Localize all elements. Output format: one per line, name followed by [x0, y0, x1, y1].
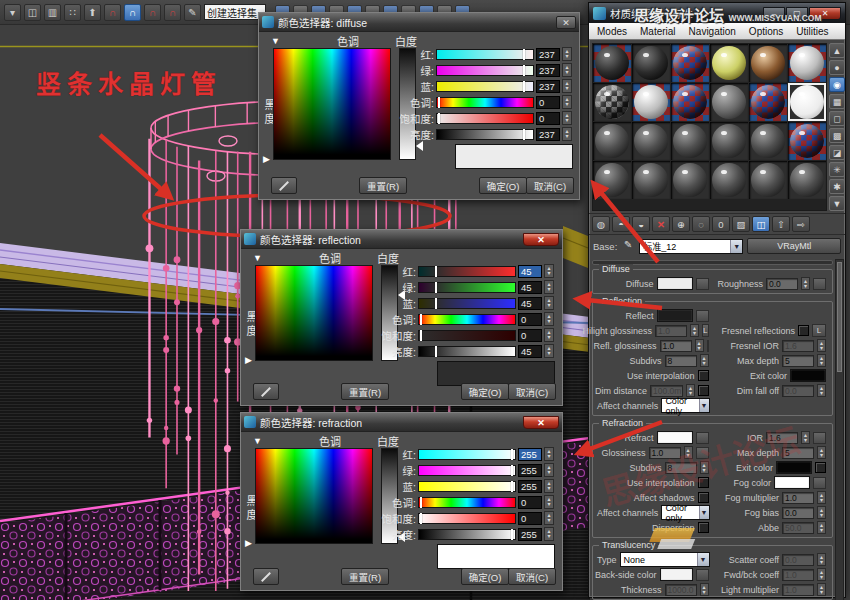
- brightness-slider[interactable]: [418, 529, 516, 540]
- red-value[interactable]: 237: [536, 48, 560, 61]
- layer-manager-icon[interactable]: ∷: [64, 4, 81, 21]
- fwd-bck-coeff-field[interactable]: 1.0: [782, 569, 814, 581]
- saturation-spinner[interactable]: [562, 111, 572, 125]
- hue-blackness-field[interactable]: [273, 48, 391, 160]
- maximize-button[interactable]: ▢: [786, 7, 808, 20]
- hue-value[interactable]: 0: [536, 96, 560, 109]
- affect-shadows-checkbox[interactable]: [698, 492, 709, 503]
- exit-color-checkbox[interactable]: [815, 462, 826, 473]
- subdivs-spinner[interactable]: [700, 461, 709, 474]
- blue-value[interactable]: 45: [518, 297, 542, 310]
- subdivs-field[interactable]: 8: [665, 462, 697, 474]
- fwd-bck-coeff-spinner[interactable]: [817, 568, 826, 581]
- ior-field[interactable]: 1.6: [766, 432, 798, 444]
- material-sample-slot[interactable]: [671, 44, 709, 82]
- refl-glossiness-spinner[interactable]: [695, 339, 704, 352]
- material-name-combo[interactable]: 标准_12 ▼: [639, 239, 743, 254]
- fog-color-map-button[interactable]: [813, 477, 826, 489]
- scroll-down-icon[interactable]: ▼: [829, 196, 845, 211]
- hue-spinner[interactable]: [544, 312, 554, 326]
- blue-spinner[interactable]: [544, 296, 554, 310]
- scatter-coeff-spinner[interactable]: [817, 553, 826, 566]
- show-end-result-icon[interactable]: ◫: [752, 216, 770, 232]
- abbe-spinner[interactable]: [817, 521, 826, 534]
- back-side-color-swatch[interactable]: [660, 568, 694, 581]
- dialog-titlebar[interactable]: 颜色选择器: refraction ✕: [241, 413, 562, 432]
- material-sample-slot[interactable]: [749, 44, 787, 82]
- angle-snap-toggle-icon[interactable]: ∩: [124, 4, 141, 21]
- use-interpolation-checkbox[interactable]: [698, 370, 709, 381]
- red-value[interactable]: 255: [518, 448, 542, 461]
- refract-map-button[interactable]: [696, 432, 709, 444]
- red-spinner[interactable]: [562, 47, 572, 61]
- red-slider[interactable]: [436, 49, 534, 60]
- saturation-slider[interactable]: [418, 513, 516, 524]
- material-sample-slot[interactable]: [788, 44, 826, 82]
- roughness-map-button[interactable]: [813, 278, 826, 290]
- material-sample-slot[interactable]: [632, 122, 670, 160]
- thickness-spinner[interactable]: [700, 583, 709, 596]
- roughness-field[interactable]: 0.0: [766, 278, 798, 290]
- edit-named-selection-sets-icon[interactable]: ✎: [184, 4, 201, 21]
- brightness-slider[interactable]: [418, 346, 516, 357]
- delete-material-icon[interactable]: ✕: [652, 216, 670, 232]
- put-material-icon[interactable]: ◓: [612, 216, 630, 232]
- green-spinner[interactable]: [544, 463, 554, 477]
- material-sample-slot[interactable]: [593, 83, 631, 121]
- subdivs-field[interactable]: 8: [665, 355, 697, 367]
- use-interpolation-checkbox[interactable]: [698, 477, 709, 488]
- fresnel-ior-field[interactable]: 1.6: [782, 340, 814, 352]
- reflect-color-swatch[interactable]: [657, 309, 693, 322]
- green-spinner[interactable]: [544, 280, 554, 294]
- material-sample-slot[interactable]: [632, 161, 670, 199]
- material-effects-icon[interactable]: ◌: [692, 216, 710, 232]
- cancel-button[interactable]: 取消(C): [508, 568, 556, 585]
- go-forward-icon[interactable]: ⇨: [792, 216, 810, 232]
- green-value[interactable]: 237: [536, 64, 560, 77]
- fresnel-checkbox[interactable]: [798, 325, 809, 336]
- put-to-library-icon[interactable]: ⊕: [672, 216, 690, 232]
- refl-glossiness-map-button[interactable]: [707, 340, 709, 352]
- refract-color-swatch[interactable]: [657, 431, 693, 444]
- light-multiplier-field[interactable]: 1.0: [782, 584, 814, 596]
- red-spinner[interactable]: [544, 447, 554, 461]
- blue-slider[interactable]: [418, 298, 516, 309]
- blue-value[interactable]: 237: [536, 80, 560, 93]
- params-scrollbar[interactable]: [835, 259, 844, 600]
- green-slider[interactable]: [436, 65, 534, 76]
- percent-snap-toggle-icon[interactable]: ∩: [144, 4, 161, 21]
- dialog-titlebar[interactable]: 颜色选择器: reflection ✕: [241, 230, 562, 249]
- saturation-value[interactable]: 0: [536, 112, 560, 125]
- saturation-value[interactable]: 0: [518, 512, 542, 525]
- back-side-map-button[interactable]: [696, 569, 708, 581]
- material-sample-slot[interactable]: [749, 122, 787, 160]
- material-sample-slot[interactable]: [671, 161, 709, 199]
- fog-multiplier-field[interactable]: 1.0: [782, 492, 814, 504]
- close-icon[interactable]: ✕: [556, 16, 576, 29]
- ok-button[interactable]: 确定(O): [461, 568, 509, 585]
- material-sample-slot[interactable]: [710, 122, 748, 160]
- roughness-spinner[interactable]: [801, 277, 810, 290]
- hue-slider[interactable]: [418, 314, 516, 325]
- cancel-button[interactable]: 取消(C): [508, 383, 556, 400]
- green-slider[interactable]: [418, 282, 516, 293]
- assign-material-icon[interactable]: ◒: [632, 216, 650, 232]
- green-value[interactable]: 255: [518, 464, 542, 477]
- ior-spinner[interactable]: [801, 431, 810, 444]
- diffuse-map-button[interactable]: [696, 278, 709, 290]
- saturation-slider[interactable]: [436, 113, 534, 124]
- hue-blackness-field[interactable]: [255, 265, 373, 361]
- blue-slider[interactable]: [418, 481, 516, 492]
- scrollbar-thumb[interactable]: [837, 262, 842, 372]
- material-sample-slot[interactable]: [710, 44, 748, 82]
- thickness-field[interactable]: 1000.0: [665, 584, 697, 596]
- ok-button[interactable]: 确定(O): [461, 383, 509, 400]
- material-sample-slot[interactable]: [593, 161, 631, 199]
- show-map-in-viewport-icon[interactable]: ▨: [732, 216, 750, 232]
- eyedropper-button[interactable]: [253, 383, 279, 400]
- green-spinner[interactable]: [562, 63, 572, 77]
- fog-bias-field[interactable]: 0.0: [782, 507, 814, 519]
- hue-slider[interactable]: [436, 97, 534, 108]
- blue-spinner[interactable]: [562, 79, 572, 93]
- brightness-value[interactable]: 255: [518, 528, 542, 541]
